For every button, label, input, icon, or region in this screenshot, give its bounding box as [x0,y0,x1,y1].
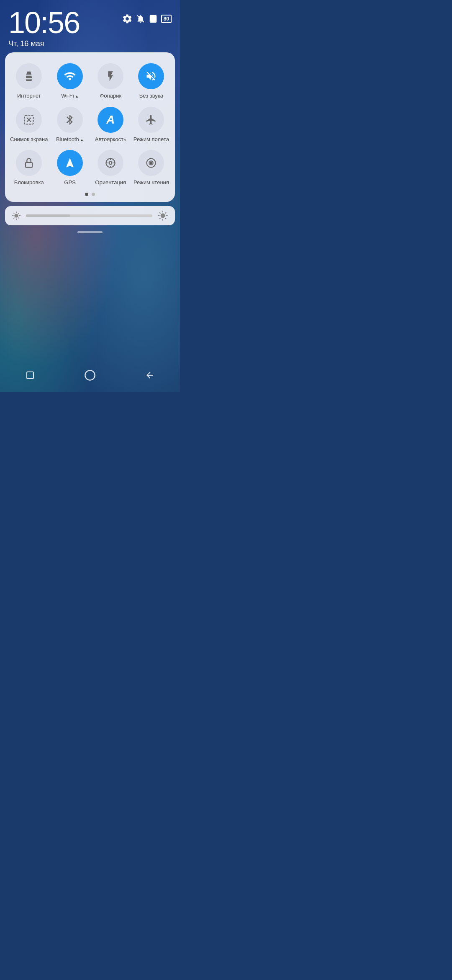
qs-lock[interactable]: Блокировка [8,147,50,188]
qs-lock-label: Блокировка [14,179,44,186]
qs-screenshot[interactable]: Снимок экрана [8,103,50,145]
page-dots [8,193,172,196]
qs-reading-label: Режим чтения [134,179,169,186]
quick-settings-panel: Интернет Wi-Fi Фонарик [5,52,175,202]
home-button[interactable] [80,367,100,384]
back-button[interactable] [139,367,160,384]
qs-flashlight[interactable]: Фонарик [90,60,131,102]
qs-gps[interactable]: GPS [50,147,90,188]
qs-auto-brightness-label: Автояркость [95,136,126,143]
home-indicator [0,231,180,233]
clock: 10:56 [8,8,80,38]
qs-gps-label: GPS [64,179,75,186]
qs-airplane[interactable]: Режим полета [131,103,172,145]
qs-internet-icon [16,63,42,89]
qs-flashlight-icon [98,63,123,89]
brightness-high-icon [157,210,168,221]
qs-screenshot-label: Снимок экрана [10,136,48,143]
battery-indicator: 80 [161,15,172,23]
qs-internet[interactable]: Интернет [8,60,50,102]
status-icons: 80 [122,13,172,24]
qs-orientation[interactable]: Ориентация [90,147,131,188]
svg-rect-7 [26,162,32,168]
qs-silent-icon [138,63,164,89]
qs-bluetooth-icon [57,107,83,133]
date: Чт, 16 мая [8,39,80,48]
page-dot-1[interactable] [85,193,88,196]
qs-wifi-icon [57,63,83,89]
brightness-fill [26,214,70,217]
qs-reading[interactable]: Режим чтения [131,147,172,188]
qs-airplane-label: Режим полета [134,136,169,143]
qs-internet-label: Интернет [17,93,41,99]
qs-silent-label: Без звука [139,93,163,99]
status-bar: 10:56 Чт, 16 мая 80 [0,0,180,50]
no-sim-icon [149,14,158,23]
qs-airplane-icon [138,107,164,133]
nav-bar [0,363,180,392]
qs-screenshot-icon [16,107,42,133]
time-block: 10:56 Чт, 16 мая [8,8,80,48]
svg-point-12 [151,162,152,164]
recents-button[interactable] [20,367,41,384]
qs-wifi[interactable]: Wi-Fi [50,60,90,102]
brightness-track[interactable] [26,214,152,217]
settings-icon[interactable] [122,13,133,24]
page-dot-2[interactable] [92,193,95,196]
qs-orientation-icon [98,150,123,176]
qs-grid: Интернет Wi-Fi Фонарик [8,60,172,188]
home-bar [77,231,103,233]
qs-flashlight-label: Фонарик [100,93,121,99]
qs-bluetooth[interactable]: Bluetooth [50,103,90,145]
bell-muted-icon [136,14,145,23]
qs-wifi-label: Wi-Fi [61,93,79,99]
qs-gps-icon [57,150,83,176]
qs-lock-icon [16,150,42,176]
qs-auto-brightness[interactable]: A Автояркость [90,103,131,145]
qs-bluetooth-label: Bluetooth [56,136,84,143]
qs-silent[interactable]: Без звука [131,60,172,102]
brightness-bar [5,206,175,225]
qs-auto-brightness-icon: A [98,107,123,133]
brightness-low-icon [12,211,21,220]
qs-orientation-label: Ориентация [95,179,126,186]
svg-rect-13 [27,372,33,379]
qs-reading-icon [138,150,164,176]
battery-level: 80 [161,15,172,23]
svg-point-14 [85,370,95,380]
